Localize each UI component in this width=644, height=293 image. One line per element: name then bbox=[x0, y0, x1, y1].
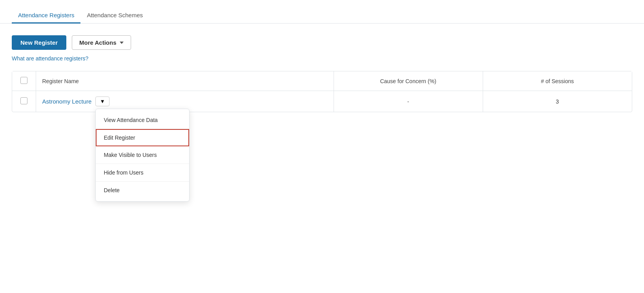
new-register-button[interactable]: New Register bbox=[12, 35, 66, 50]
more-actions-chevron-icon bbox=[120, 42, 124, 44]
dropdown-item-make-visible[interactable]: Make Visible to Users bbox=[96, 146, 189, 164]
table-header-row: Register Name Cause for Concern (%) # of… bbox=[12, 71, 632, 91]
header-sessions: # of Sessions bbox=[483, 71, 632, 91]
row-action-chevron-icon: ▼ bbox=[100, 98, 105, 104]
table-row: Astronomy Lecture ▼ View Attendance Data… bbox=[12, 91, 632, 112]
header-register-name: Register Name bbox=[36, 71, 334, 91]
row-action-button[interactable]: ▼ bbox=[95, 96, 109, 106]
row-concern-cell: - bbox=[334, 91, 483, 112]
row-name-cell: Astronomy Lecture ▼ View Attendance Data… bbox=[36, 91, 334, 112]
dropdown-item-delete[interactable]: Delete bbox=[96, 182, 189, 199]
more-actions-label: More Actions bbox=[79, 39, 116, 46]
row-dropdown-wrapper: ▼ View Attendance Data Edit Register Mak… bbox=[95, 96, 109, 106]
register-name-container: Astronomy Lecture ▼ View Attendance Data… bbox=[42, 96, 327, 106]
row-sessions-cell: 3 bbox=[483, 91, 632, 112]
more-actions-button[interactable]: More Actions bbox=[72, 35, 131, 50]
row-check-cell bbox=[12, 91, 36, 112]
tab-attendance-registers[interactable]: Attendance Registers bbox=[12, 8, 80, 24]
dropdown-item-hide-users[interactable]: Hide from Users bbox=[96, 164, 189, 182]
register-name-link[interactable]: Astronomy Lecture bbox=[42, 98, 92, 105]
row-dropdown-menu: View Attendance Data Edit Register Make … bbox=[95, 109, 190, 202]
tabs-bar: Attendance Registers Attendance Schemes bbox=[0, 0, 644, 24]
header-check bbox=[12, 71, 36, 91]
registers-table: Register Name Cause for Concern (%) # of… bbox=[12, 71, 632, 112]
content-area: New Register More Actions What are atten… bbox=[0, 24, 644, 124]
page-container: Attendance Registers Attendance Schemes … bbox=[0, 0, 644, 293]
dropdown-item-view-attendance[interactable]: View Attendance Data bbox=[96, 111, 189, 129]
select-all-checkbox[interactable] bbox=[20, 77, 27, 84]
row-checkbox[interactable] bbox=[20, 97, 27, 104]
table-container: Register Name Cause for Concern (%) # of… bbox=[12, 71, 632, 112]
tab-attendance-schemes[interactable]: Attendance Schemes bbox=[80, 8, 149, 24]
toolbar: New Register More Actions bbox=[12, 35, 632, 50]
help-link[interactable]: What are attendance registers? bbox=[12, 55, 632, 62]
header-cause-for-concern: Cause for Concern (%) bbox=[334, 71, 483, 91]
dropdown-item-edit-register[interactable]: Edit Register bbox=[96, 129, 189, 146]
